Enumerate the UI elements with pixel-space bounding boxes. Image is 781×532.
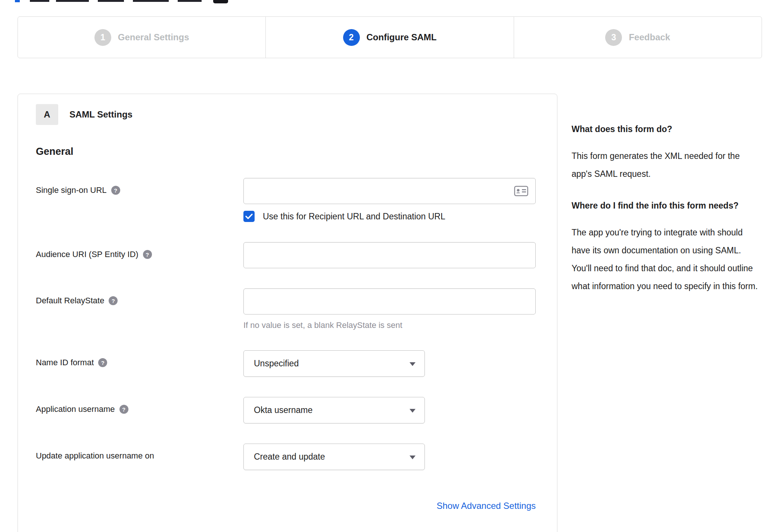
- help-icon[interactable]: ?: [111, 186, 120, 195]
- nameid-format-select[interactable]: Unspecified: [243, 350, 425, 377]
- audience-uri-label: Audience URI (SP Entity ID): [36, 250, 139, 259]
- help-icon[interactable]: ?: [98, 358, 107, 367]
- field-control-cell: [243, 242, 539, 268]
- header-fragment-text: [133, 0, 169, 2]
- sso-url-input[interactable]: [243, 178, 536, 204]
- header-fragment-text: [178, 0, 202, 2]
- show-advanced-settings-link[interactable]: Show Advanced Settings: [436, 501, 536, 511]
- recipient-url-checkbox[interactable]: [243, 211, 255, 222]
- relay-state-hint: If no value is set, a blank RelayState i…: [243, 320, 539, 330]
- step-label: General Settings: [118, 32, 189, 43]
- help-question-2: Where do I find the info this form needs…: [572, 200, 760, 212]
- update-username-label: Update application username on: [36, 451, 154, 461]
- recipient-url-checkbox-label[interactable]: Use this for Recipient URL and Destinati…: [263, 212, 445, 222]
- general-section-heading: General: [36, 146, 539, 157]
- saml-settings-panel: A SAML Settings General Single sign-on U…: [18, 94, 557, 532]
- field-control-cell: Okta username: [243, 397, 539, 423]
- help-answer-2: The app you're trying to integrate with …: [572, 224, 760, 295]
- chevron-down-icon: [410, 409, 416, 413]
- header-fragment-text: [98, 0, 124, 2]
- nameid-format-label: Name ID format: [36, 358, 94, 367]
- nameid-format-value: Unspecified: [254, 359, 299, 369]
- form-row-nameid-format: Name ID format ? Unspecified: [36, 350, 539, 377]
- app-username-value: Okta username: [254, 405, 312, 415]
- field-label-cell: Name ID format ?: [36, 350, 243, 377]
- header-fragment-text: [30, 0, 49, 2]
- field-control-cell: If no value is set, a blank RelayState i…: [243, 288, 539, 330]
- relay-state-label: Default RelayState: [36, 296, 104, 306]
- field-label-cell: Application username ?: [36, 397, 243, 423]
- help-icon[interactable]: ?: [109, 296, 118, 305]
- step-number-badge: 3: [605, 29, 622, 46]
- header-fragment-text: [56, 0, 89, 2]
- field-label-cell: Update application username on: [36, 444, 243, 470]
- chevron-down-icon: [410, 362, 416, 366]
- form-row-update-username: Update application username on Create an…: [36, 444, 539, 470]
- update-username-value: Create and update: [254, 452, 325, 462]
- step-label: Configure SAML: [367, 32, 437, 43]
- app-username-select[interactable]: Okta username: [243, 397, 425, 423]
- help-answer-1: This form generates the XML needed for t…: [572, 147, 760, 183]
- panel-title: SAML Settings: [69, 109, 133, 120]
- form-row-audience-uri: Audience URI (SP Entity ID) ?: [36, 242, 539, 268]
- header-fragment-icon: [213, 0, 228, 3]
- header-fragment-blue: [15, 0, 20, 2]
- panel-header: A SAML Settings: [36, 104, 539, 125]
- field-control-cell: Use this for Recipient URL and Destinati…: [243, 178, 539, 222]
- field-control-cell: Create and update: [243, 444, 539, 470]
- sso-url-label: Single sign-on URL: [36, 185, 107, 195]
- recipient-url-checkbox-row: Use this for Recipient URL and Destinati…: [243, 211, 539, 222]
- field-label-cell: Single sign-on URL ?: [36, 178, 243, 222]
- step-number-badge: 2: [343, 29, 360, 46]
- field-control-cell: Unspecified: [243, 350, 539, 377]
- help-icon[interactable]: ?: [143, 250, 152, 259]
- help-sidebar: What does this form do? This form genera…: [572, 123, 760, 312]
- help-question-1: What does this form do?: [572, 123, 760, 135]
- advanced-settings-row: Show Advanced Settings: [36, 501, 536, 511]
- form-row-sso-url: Single sign-on URL ?: [36, 178, 539, 222]
- step-configure-saml[interactable]: 2 Configure SAML: [265, 17, 513, 58]
- help-icon[interactable]: ?: [119, 405, 128, 414]
- update-username-select[interactable]: Create and update: [243, 444, 425, 470]
- wizard-stepper: 1 General Settings 2 Configure SAML 3 Fe…: [18, 16, 762, 58]
- saml-form: Single sign-on URL ?: [36, 178, 539, 511]
- section-a-badge: A: [36, 104, 58, 125]
- form-row-relay-state: Default RelayState ? If no value is set,…: [36, 288, 539, 330]
- app-username-label: Application username: [36, 404, 115, 414]
- field-label-cell: Default RelayState ?: [36, 288, 243, 330]
- chevron-down-icon: [410, 456, 416, 459]
- relay-state-input[interactable]: [243, 288, 536, 314]
- step-label: Feedback: [629, 32, 670, 43]
- form-row-app-username: Application username ? Okta username: [36, 397, 539, 423]
- step-feedback[interactable]: 3 Feedback: [514, 17, 762, 58]
- step-number-badge: 1: [94, 29, 111, 46]
- step-general-settings[interactable]: 1 General Settings: [18, 17, 265, 58]
- audience-uri-input[interactable]: [243, 242, 536, 268]
- contact-card-icon[interactable]: [514, 186, 528, 198]
- field-label-cell: Audience URI (SP Entity ID) ?: [36, 242, 243, 268]
